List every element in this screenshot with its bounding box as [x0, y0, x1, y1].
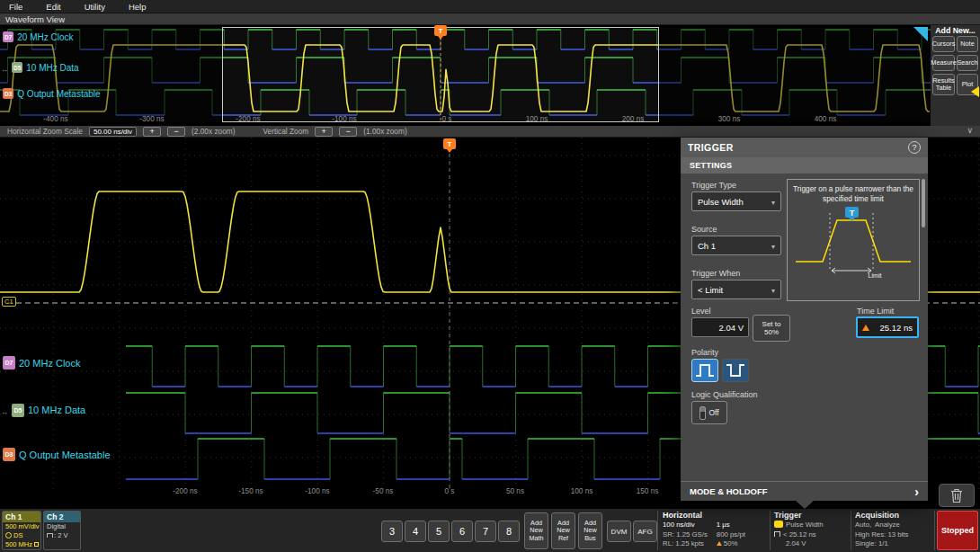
- oscilloscope-app: File Edit Utility Help Waveform View T D…: [0, 0, 980, 552]
- main-channel-d3[interactable]: D3 Q Output Metastable: [3, 448, 111, 461]
- horizontal-title: Horizontal: [663, 510, 767, 521]
- add-new-math-button[interactable]: Add New Math: [524, 512, 548, 549]
- ch2-mode: Digital: [44, 522, 80, 531]
- trigger-marker[interactable]: T: [443, 138, 456, 149]
- overview-channel-d7[interactable]: D7 20 MHz Clock: [3, 31, 74, 42]
- channel-8-button[interactable]: 8: [498, 521, 520, 542]
- level-input[interactable]: 2.04 V: [691, 317, 749, 337]
- trigger-type-select[interactable]: Pulse Width: [691, 191, 781, 211]
- zoom-window[interactable]: [222, 27, 659, 122]
- channel-label-d7[interactable]: 20 MHz Clock: [19, 358, 80, 369]
- overview-dim-right: [659, 27, 931, 122]
- main-time-label: 100 ns: [571, 487, 593, 495]
- time-limit-value: 25.12 ns: [880, 323, 913, 333]
- chevron-right-icon: [914, 485, 919, 499]
- divider: [770, 511, 771, 550]
- overview-channel-d3[interactable]: D3 Q Output Metastable: [3, 88, 101, 99]
- channel-label-d7[interactable]: 20 MHz Clock: [17, 32, 73, 42]
- dvm-button[interactable]: DVM: [607, 521, 631, 542]
- waveform-overview[interactable]: T D7 20 MHz Clock D5 10 MHz Data D3 Q Ou…: [0, 25, 931, 126]
- mode-holdoff-section[interactable]: MODE & HOLDOFF: [681, 481, 928, 501]
- menu-utility[interactable]: Utility: [85, 2, 105, 12]
- time-limit-input[interactable]: 25.12 ns: [856, 316, 919, 338]
- menu-help[interactable]: Help: [129, 2, 147, 12]
- channel-label-d3[interactable]: Q Output Metastable: [19, 450, 111, 460]
- note-button[interactable]: Note: [957, 36, 978, 52]
- horizontal-info[interactable]: Horizontal 100 ns/div SR: 1.25 GS/s RL: …: [663, 510, 767, 551]
- polarity-negative-button[interactable]: [722, 359, 749, 382]
- settings-section-header[interactable]: SETTINGS: [681, 157, 928, 174]
- menu-file[interactable]: File: [9, 2, 22, 12]
- drag-handle-icon[interactable]: [1, 402, 8, 418]
- main-time-label: 150 ns: [637, 487, 659, 495]
- main-channel-d7[interactable]: D7 20 MHz Clock: [3, 356, 80, 369]
- menu-edit[interactable]: Edit: [46, 2, 60, 12]
- cursors-button[interactable]: Cursors: [932, 36, 955, 52]
- ch1-badge[interactable]: Ch 1 500 mV/div DS 500 MHz: [2, 511, 41, 550]
- ch1-level-tag[interactable]: C1: [2, 297, 16, 307]
- trigger-condition: < 25.12 ns: [783, 530, 816, 539]
- overview-time-label: 100 ns: [526, 115, 548, 123]
- afg-button[interactable]: AFG: [633, 521, 657, 542]
- results-table-button[interactable]: Results Table: [932, 74, 955, 95]
- channel-label-d5[interactable]: 10 MHz Data: [26, 63, 78, 73]
- measure-button[interactable]: Measure: [932, 55, 955, 71]
- channel-7-button[interactable]: 7: [475, 521, 496, 542]
- vertical-zoom-in-button[interactable]: +: [315, 127, 333, 137]
- add-new-ref-button[interactable]: Add New Ref: [551, 512, 575, 549]
- trash-button[interactable]: [939, 484, 975, 507]
- channel-label-d5[interactable]: 10 MHz Data: [28, 405, 85, 415]
- sample-rate: SR: 1.25 GS/s: [663, 530, 708, 540]
- channel-4-button[interactable]: 4: [405, 521, 426, 542]
- acquisition-title: Acquisition: [855, 510, 932, 521]
- channel-badge-d7[interactable]: D7: [3, 356, 15, 369]
- main-channel-d5[interactable]: D5 10 MHz Data: [1, 402, 85, 418]
- ch2-threshold: : 2 V: [54, 531, 67, 539]
- level-label: Level: [691, 307, 711, 316]
- ch2-badge-name: Ch 2: [44, 512, 80, 522]
- trigger-info[interactable]: Trigger Pulse Width < 25.12 ns 2.04 V: [774, 510, 848, 551]
- search-button[interactable]: Search: [957, 55, 978, 71]
- channel-label-d3[interactable]: Q Output Metastable: [17, 89, 100, 99]
- trigger-position-icon: [717, 541, 722, 546]
- trigger-type-label: Trigger Type: [691, 181, 736, 190]
- vertical-zoom-out-button[interactable]: −: [339, 127, 357, 137]
- waveform-view-tab[interactable]: Waveform View: [0, 13, 980, 25]
- drag-handle-icon[interactable]: [1, 59, 8, 76]
- source-select[interactable]: Ch 1: [691, 236, 781, 255]
- overview-channel-d5[interactable]: D5 10 MHz Data: [1, 59, 79, 76]
- trigger-when-select[interactable]: < Limit: [691, 280, 781, 299]
- horizontal-zoom-scale-value[interactable]: 50.00 ns/div: [89, 127, 137, 137]
- knob-icon: [862, 325, 869, 331]
- channel-badge-d3[interactable]: D3: [3, 88, 13, 99]
- trigger-panel-title: TRIGGER: [688, 142, 734, 153]
- channel-badge-d7[interactable]: D7: [3, 31, 13, 42]
- add-new-bus-button[interactable]: Add New Bus: [578, 512, 602, 549]
- acquisition-info[interactable]: Acquisition Auto, Analyze High Res: 13 b…: [855, 510, 932, 551]
- set-to-50-button[interactable]: Set to 50%: [753, 315, 790, 342]
- horizontal-zoom-out-button[interactable]: −: [167, 127, 185, 137]
- toggle-icon: [699, 406, 706, 420]
- zoom-overview-flag-icon[interactable]: [913, 27, 928, 41]
- channel-6-button[interactable]: 6: [451, 521, 473, 542]
- ch1-bandwidth: 500 MHz: [5, 540, 32, 548]
- run-stop-status[interactable]: Stopped: [937, 511, 978, 550]
- logic-qualification-label: Logic Qualification: [691, 390, 758, 399]
- logic-qualification-toggle[interactable]: Off: [691, 401, 727, 424]
- channel-5-button[interactable]: 5: [428, 521, 450, 542]
- help-icon[interactable]: ?: [908, 141, 921, 154]
- offscreen-waveform-arrow-icon[interactable]: [971, 86, 979, 97]
- collapse-overview-icon[interactable]: [967, 126, 973, 135]
- channel-badge-d3[interactable]: D3: [3, 448, 15, 461]
- threshold-icon: [47, 533, 53, 538]
- channel-3-button[interactable]: 3: [381, 521, 403, 542]
- ch2-badge[interactable]: Ch 2 Digital : 2 V: [43, 511, 81, 550]
- overview-trigger-marker[interactable]: T: [434, 25, 447, 36]
- horizontal-zoom-in-button[interactable]: +: [143, 127, 161, 137]
- channel-badge-d5[interactable]: D5: [12, 404, 24, 417]
- polarity-positive-button[interactable]: [691, 359, 718, 382]
- panel-scrollbar[interactable]: [922, 179, 925, 227]
- pulse-icon: [774, 531, 780, 537]
- overview-time-label: 0 s: [442, 115, 452, 123]
- channel-badge-d5[interactable]: D5: [12, 62, 22, 73]
